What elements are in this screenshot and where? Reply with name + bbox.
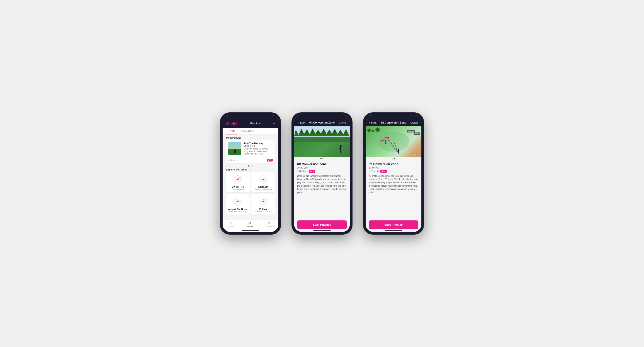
app-logo: clippd: [226, 121, 238, 126]
card-info: Find The Fairway Off The Tee ☆ Create an…: [244, 142, 273, 155]
image-dots-map: [366, 157, 422, 160]
svg-point-42: [385, 141, 386, 143]
svg-point-5: [237, 179, 238, 180]
dot-map-1: [392, 158, 393, 159]
svg-line-46: [398, 153, 399, 154]
skill-card-off-the-tee[interactable]: Off The Tee Power accuracy: [226, 172, 250, 192]
drill-header-title-photo: 6ft Conversion Zone: [309, 121, 335, 124]
favourite-icon-photo[interactable]: ☆: [344, 162, 347, 166]
card-subtitle: Off The Tee: [244, 145, 263, 147]
nav-home-label: Home: [229, 225, 234, 227]
card-thumbnail: [228, 142, 241, 155]
drill-title-photo: 6ft Conversion Zone: [297, 162, 326, 166]
svg-point-20: [237, 201, 238, 202]
nav-capture-label: Capture: [266, 226, 272, 228]
svg-line-45: [398, 153, 398, 154]
map-label-sand: SAND: [412, 153, 417, 155]
start-practice-button-photo[interactable]: Start Practice: [297, 220, 347, 229]
skill-name-atg: Around The Green: [228, 208, 248, 210]
svg-rect-44: [398, 151, 399, 153]
most-popular-heading: Most Popular: [222, 135, 278, 140]
screen-drill-map: < Back 6ft Conversion Zone Cancel FAIRWA…: [366, 115, 422, 232]
skill-card-putting[interactable]: Putting Make and lag practice: [251, 194, 275, 214]
dot-1: [248, 165, 249, 167]
off-the-tee-icon: [231, 174, 244, 185]
cancel-button-photo[interactable]: Cancel: [339, 121, 346, 124]
favourite-icon[interactable]: ☆: [270, 142, 273, 147]
back-button-photo[interactable]: < Back: [298, 121, 305, 124]
skill-name-ott: Off The Tee: [232, 186, 244, 188]
svg-point-30: [263, 204, 264, 204]
drill-description-map: 20 shots are randomly generated at dista…: [369, 174, 418, 194]
dot-3: [252, 165, 253, 167]
skill-desc-atg: Hone your short game: [229, 210, 246, 212]
header-title: Practice: [250, 122, 260, 125]
golf-map-illustration: FAIRWAY ROUGH Miss: [366, 126, 422, 157]
clock-icon-photo: ○: [297, 170, 298, 172]
skill-badge-arg-photo: ARG: [309, 170, 315, 173]
skill-name-approach: Approach: [258, 186, 268, 188]
featured-drill-card[interactable]: Find The Fairway Off The Tee ☆ Create an…: [226, 140, 275, 163]
svg-point-21: [236, 203, 236, 204]
drill-range-map: 10-50 yds: [369, 166, 398, 169]
svg-text:Hit: Hit: [382, 141, 384, 142]
phone-home-bar: [242, 230, 259, 231]
start-practice-button-map[interactable]: Start Practice: [369, 220, 418, 229]
card-footer: ○ 10 shots OTT: [226, 158, 275, 163]
nav-capture[interactable]: ⊕ Capture: [266, 221, 272, 228]
skill-desc-approach: Dial-in to hit the green: [255, 188, 272, 190]
drill-header-title-map: 6ft Conversion Zone: [381, 121, 406, 124]
phone-notch-2: [313, 115, 331, 119]
scene: clippd Practice ≡ Drills Favourites Most…: [211, 104, 433, 243]
drill-image-map: FAIRWAY ROUGH Miss: [366, 126, 422, 157]
putting-icon: [256, 196, 270, 207]
capture-icon: ⊕: [268, 221, 270, 225]
phone-drill-detail-map: < Back 6ft Conversion Zone Cancel FAIRWA…: [363, 112, 424, 235]
svg-point-22: [238, 200, 239, 201]
drill-range-photo: 10-50 yds: [297, 166, 326, 169]
dot-2: [250, 165, 251, 167]
svg-point-31: [340, 145, 342, 147]
image-dots-photo: [294, 157, 350, 160]
shots-count-photo: ○ 20 shots: [297, 170, 308, 172]
screen-practice-list: clippd Practice ≡ Drills Favourites Most…: [222, 115, 278, 232]
back-button-map[interactable]: < Back: [369, 121, 376, 124]
nav-activities[interactable]: ⊕ Activities: [246, 221, 253, 228]
drill-body-map: 6ft Conversion Zone 10-50 yds ☆ ○ 20 sho…: [366, 160, 422, 219]
clock-icon-map: ○: [369, 170, 370, 172]
tab-drills[interactable]: Drills: [226, 128, 238, 134]
nav-home[interactable]: ⌂ Home: [229, 221, 234, 228]
menu-icon[interactable]: ≡: [273, 122, 275, 125]
home-icon: ⌂: [230, 221, 232, 225]
drill-title-map: 6ft Conversion Zone: [369, 162, 398, 166]
shots-count: ○ 10 shots: [228, 159, 238, 161]
shots-badge-row-map: ○ 20 shots ARG: [369, 170, 418, 173]
svg-rect-32: [340, 147, 342, 150]
svg-line-35: [339, 148, 340, 149]
skill-card-approach[interactable]: Approach Dial-in to hit the green: [251, 172, 275, 192]
title-fav-row: 6ft Conversion Zone 10-50 yds ☆: [297, 162, 347, 170]
tab-favourites[interactable]: Favourites: [238, 128, 256, 134]
skill-desc-ott: Power accuracy: [232, 188, 244, 190]
dot-map-2: [394, 158, 395, 159]
phone-home-bar-3: [385, 230, 402, 231]
around-green-icon: [231, 196, 244, 207]
drill-image-photo: [294, 126, 350, 157]
activities-icon: ⊕: [248, 221, 251, 225]
drill-description-photo: 20 shots are randomly generated at dista…: [297, 174, 347, 194]
cancel-button-map[interactable]: Cancel: [410, 121, 418, 124]
card-description: Create an imaginary fairway using trees …: [244, 148, 273, 155]
favourite-icon-map[interactable]: ☆: [416, 162, 418, 166]
phone-practice-list: clippd Practice ≡ Drills Favourites Most…: [220, 112, 281, 235]
clock-icon: ○: [228, 159, 229, 161]
svg-point-28: [262, 201, 264, 202]
phone-drill-detail-photo: < Back 6ft Conversion Zone Cancel: [292, 112, 352, 235]
svg-line-34: [341, 150, 342, 153]
main-content: Most Popular: [222, 135, 278, 220]
golfer: [339, 145, 342, 154]
svg-point-29: [263, 199, 264, 200]
phone-home-bar-2: [313, 230, 331, 231]
svg-point-43: [398, 149, 399, 151]
skill-card-around-green[interactable]: Around The Green Hone your short game: [226, 194, 250, 214]
title-fav-row-map: 6ft Conversion Zone 10-50 yds ☆: [369, 162, 418, 170]
